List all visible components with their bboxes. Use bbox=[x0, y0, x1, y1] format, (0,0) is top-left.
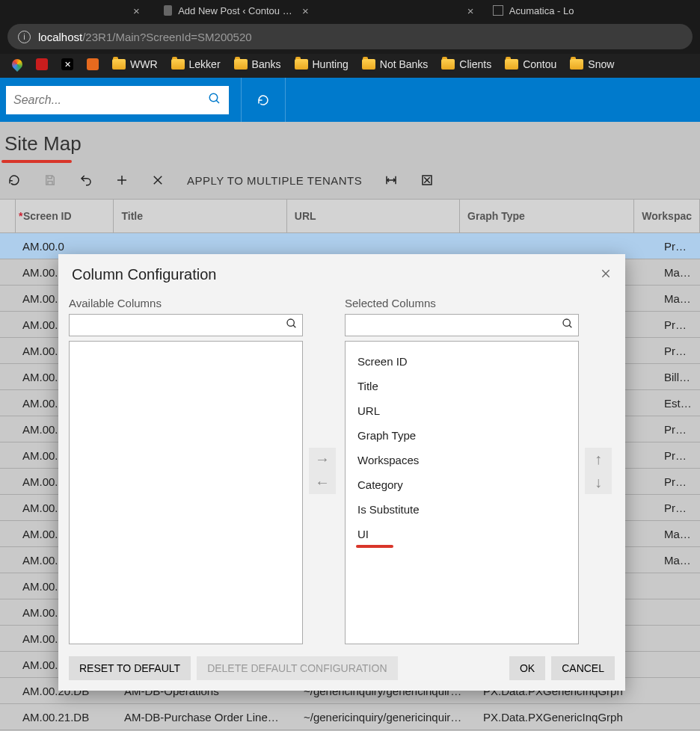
bookmark-item[interactable]: Snow bbox=[570, 58, 614, 70]
column-header-screen-id[interactable]: *Screen ID bbox=[16, 200, 114, 232]
bookmark-item[interactable]: WWR bbox=[112, 58, 158, 70]
delete-button[interactable] bbox=[151, 173, 165, 187]
grid-header: *Screen ID Title URL Graph Type Workspac bbox=[0, 199, 700, 233]
selected-columns-list[interactable]: Screen IDTitleURLGraph TypeWorkspacesCat… bbox=[345, 341, 579, 644]
move-right-button[interactable]: → bbox=[315, 451, 330, 468]
save-button[interactable] bbox=[43, 173, 57, 187]
folder-icon bbox=[295, 59, 308, 70]
available-search[interactable] bbox=[69, 314, 303, 336]
refresh-button[interactable] bbox=[7, 173, 21, 187]
cell-workspaces: Productio bbox=[657, 475, 700, 488]
bookmark-label: Contou bbox=[523, 58, 556, 70]
folder-icon bbox=[171, 59, 185, 70]
close-button[interactable] bbox=[600, 266, 612, 283]
browser-tab[interactable]: Add New Post ‹ Contou Consultin × bbox=[158, 4, 315, 17]
move-left-button[interactable]: ← bbox=[315, 474, 330, 491]
move-up-button[interactable]: ↑ bbox=[595, 451, 602, 468]
available-columns-list[interactable] bbox=[69, 341, 303, 644]
column-configuration-dialog: Column Configuration Available Columns →… bbox=[58, 254, 625, 691]
tab-close-icon[interactable]: × bbox=[133, 4, 140, 17]
selected-search-input[interactable] bbox=[350, 319, 562, 331]
svg-line-15 bbox=[293, 325, 295, 327]
address-bar[interactable]: i localhost/23R1/Main?ScreenId=SM200520 bbox=[7, 24, 693, 49]
svg-point-0 bbox=[209, 93, 218, 102]
cancel-button[interactable]: CANCEL bbox=[551, 656, 615, 680]
bookmark-item[interactable] bbox=[87, 58, 99, 70]
cell-screen-id: AM.00.0 bbox=[15, 240, 117, 253]
tab-title: Acumatica - Lo bbox=[509, 5, 574, 16]
undo-button[interactable] bbox=[79, 173, 93, 187]
bookmark-item[interactable] bbox=[12, 59, 22, 70]
list-item[interactable]: Workspaces bbox=[356, 448, 568, 472]
list-item[interactable]: Category bbox=[356, 472, 568, 497]
tab-favicon bbox=[164, 5, 172, 16]
dialog-title: Column Configuration bbox=[72, 266, 216, 283]
browser-tab[interactable]: × bbox=[127, 4, 146, 17]
cell-workspaces: Productio bbox=[657, 449, 700, 462]
browser-tab-active[interactable]: Site Map × bbox=[322, 4, 479, 17]
cell-url: ~/genericinquiry/genericinquir… bbox=[296, 711, 476, 724]
browser-tabs: × Add New Post ‹ Contou Consultin × Site… bbox=[0, 0, 700, 21]
browser-tab[interactable]: Acumatica - Lo bbox=[487, 5, 580, 16]
ok-button[interactable]: OK bbox=[509, 656, 545, 680]
address-path: /23R1/Main?ScreenId=SM200520 bbox=[82, 31, 251, 43]
fit-columns-button[interactable] bbox=[384, 173, 398, 187]
tab-close-icon[interactable]: × bbox=[302, 4, 309, 17]
reorder-arrows: ↑ ↓ bbox=[585, 297, 615, 644]
move-up-down-box: ↑ ↓ bbox=[585, 448, 612, 494]
bookmark-item[interactable]: Hunting bbox=[295, 58, 349, 70]
add-button[interactable] bbox=[115, 173, 129, 187]
global-search[interactable] bbox=[6, 86, 229, 114]
bookmark-label: Snow bbox=[588, 58, 614, 70]
search-icon[interactable] bbox=[208, 92, 221, 108]
bookmark-item[interactable] bbox=[36, 58, 48, 70]
reset-to-default-button[interactable]: RESET TO DEFAULT bbox=[69, 656, 191, 680]
list-item[interactable]: URL bbox=[356, 398, 568, 423]
divider bbox=[285, 78, 286, 122]
bookmark-item[interactable]: ✕ bbox=[61, 58, 73, 70]
search-icon[interactable] bbox=[562, 318, 574, 333]
list-item[interactable]: Title bbox=[356, 374, 568, 398]
svg-line-1 bbox=[216, 100, 219, 103]
bookmark-item[interactable]: Banks bbox=[234, 58, 281, 70]
refresh-button[interactable] bbox=[242, 78, 285, 122]
bookmark-item[interactable]: Contou bbox=[505, 58, 556, 70]
cell-workspaces: Material bbox=[657, 266, 700, 279]
folder-icon bbox=[441, 59, 455, 70]
bookmark-item[interactable]: Lekker bbox=[171, 58, 221, 70]
move-right-left-box: → ← bbox=[309, 448, 336, 494]
site-info-icon[interactable]: i bbox=[18, 31, 31, 43]
list-item[interactable]: Graph Type bbox=[356, 423, 568, 448]
svg-point-16 bbox=[563, 319, 570, 326]
tab-favicon bbox=[493, 5, 503, 16]
tab-close-icon[interactable]: × bbox=[467, 4, 474, 17]
apply-multiple-tenants-button[interactable]: APPLY TO MULTIPLE TENANTS bbox=[187, 174, 362, 187]
bookmark-item[interactable]: Not Banks bbox=[362, 58, 429, 70]
column-header-url[interactable]: URL bbox=[287, 200, 460, 232]
bookmark-item[interactable]: Clients bbox=[441, 58, 491, 70]
move-down-button[interactable]: ↓ bbox=[595, 474, 602, 491]
search-input[interactable] bbox=[13, 93, 208, 107]
bookmark-label: Hunting bbox=[313, 58, 349, 70]
svg-point-14 bbox=[287, 319, 294, 326]
list-item[interactable]: Is Substitute bbox=[356, 497, 568, 522]
search-icon[interactable] bbox=[286, 318, 298, 333]
address-text: localhost/23R1/Main?ScreenId=SM200520 bbox=[38, 31, 252, 43]
column-header-workspaces[interactable]: Workspac bbox=[634, 200, 700, 232]
selected-search[interactable] bbox=[345, 314, 579, 336]
folder-icon bbox=[112, 59, 126, 70]
list-item[interactable]: Screen ID bbox=[356, 349, 568, 374]
column-header-title[interactable]: Title bbox=[114, 200, 286, 232]
column-header-graph-type[interactable]: Graph Type bbox=[460, 200, 634, 232]
folder-icon bbox=[505, 59, 518, 70]
cell-screen-id: AM.00.21.DB bbox=[15, 711, 117, 724]
available-columns-label: Available Columns bbox=[69, 297, 303, 309]
export-button[interactable] bbox=[420, 173, 434, 187]
bookmark-label: Not Banks bbox=[380, 58, 429, 70]
table-row[interactable]: AM.00.21.DBAM-DB-Purchase Order Line…~/g… bbox=[0, 704, 700, 730]
bookmark-icon bbox=[87, 58, 99, 70]
list-item[interactable]: UI bbox=[356, 522, 568, 546]
available-search-input[interactable] bbox=[74, 319, 286, 331]
svg-line-17 bbox=[569, 325, 571, 327]
bookmark-label: WWR bbox=[130, 58, 158, 70]
